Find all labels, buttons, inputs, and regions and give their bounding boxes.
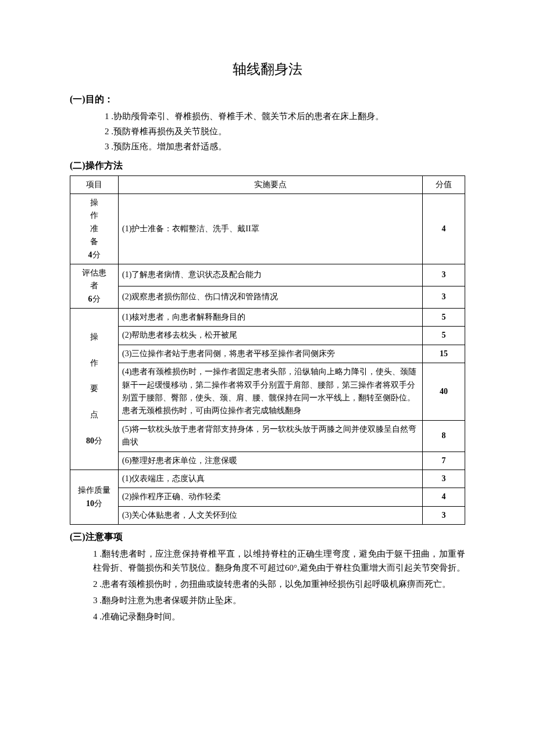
cell-point: (3)三位操作者站于患者同侧，将患者平移至操作者同侧床旁 xyxy=(119,345,423,363)
purpose-heading: (一)目的： xyxy=(70,92,465,107)
cell-point: (1)核对患者，向患者解释翻身目的 xyxy=(119,309,423,327)
method-table: 项目 实施要点 分值 操作准备4分 (1)护士准备：衣帽整洁、洗手、戴II罩 4… xyxy=(70,175,465,525)
purpose-list: 1 .协助颅骨牵引、脊椎损伤、脊椎手术、髋关节术后的患者在床上翻身。 2 .预防… xyxy=(105,109,465,153)
table-row: 操作准备4分 (1)护士准备：衣帽整洁、洗手、戴II罩 4 xyxy=(70,194,465,264)
notes-item: 1 .翻转患者时，应注意保持脊椎平直，以维持脊柱的正确生理弯度，避免由于躯干扭曲… xyxy=(93,547,465,575)
cell-point: (2)操作程序正确、动作轻柔 xyxy=(119,488,423,506)
cell-point: (5)将一软枕头放于患者背部支持身体，另一软枕头放于两膝之间并使双膝呈自然弯曲状 xyxy=(119,420,423,452)
table-row: (3)关心体贴患者，人文关怀到位 3 xyxy=(70,506,465,524)
document-title: 轴线翻身法 xyxy=(70,58,465,80)
cell-score: 4 xyxy=(423,488,465,506)
cell-score: 5 xyxy=(423,309,465,327)
notes-list: 1 .翻转患者时，应注意保持脊椎平直，以维持脊柱的正确生理弯度，避免由于躯干扭曲… xyxy=(93,547,465,624)
cell-score: 15 xyxy=(423,345,465,363)
table-row: 操作质量10分 (1)仪表端庄，态度认真 3 xyxy=(70,470,465,488)
th-point: 实施要点 xyxy=(119,175,423,194)
table-row: 评估患者6分 (1)了解患者病情、意识状态及配合能力 3 xyxy=(70,264,465,286)
notes-item: 4 .准确记录翻身时间。 xyxy=(93,610,465,624)
cell-point: (1)护士准备：衣帽整洁、洗手、戴II罩 xyxy=(119,194,423,264)
purpose-item: 1 .协助颅骨牵引、脊椎损伤、脊椎手术、髋关节术后的患者在床上翻身。 xyxy=(105,109,465,123)
table-row: (5)将一软枕头放于患者背部支持身体，另一软枕头放于两膝之间并使双膝呈自然弯曲状… xyxy=(70,420,465,452)
cell-score: 5 xyxy=(423,327,465,345)
cell-item: 操作质量10分 xyxy=(70,470,119,525)
cell-item: 操作要点80分 xyxy=(70,309,119,470)
th-item: 项目 xyxy=(70,175,119,194)
cell-point: (2)观察患者损伤部位、伤口情况和管路情况 xyxy=(119,286,423,309)
method-heading: (二)操作方法 xyxy=(70,158,465,173)
purpose-item: 2 .预防脊椎再损伤及关节脱位。 xyxy=(105,124,465,138)
cell-point: (1)仪表端庄，态度认真 xyxy=(119,470,423,488)
cell-point: (4)患者有颈椎损伤时，一操作者固定患者头部，沿纵轴向上略力降引，使头、颈随躯干… xyxy=(119,363,423,421)
notes-heading: (三)注意事项 xyxy=(70,529,465,544)
cell-score: 4 xyxy=(423,194,465,264)
table-row: (3)三位操作者站于患者同侧，将患者平移至操作者同侧床旁 15 xyxy=(70,345,465,363)
table-row: (2)观察患者损伤部位、伤口情况和管路情况 3 xyxy=(70,286,465,309)
notes-item: 3 .翻身时注意为患者保暖并防止坠床。 xyxy=(93,593,465,607)
cell-score: 3 xyxy=(423,506,465,524)
table-row: (6)整理好患者床单位，注意保暖 7 xyxy=(70,452,465,470)
cell-point: (2)帮助患者移去枕头，松开被尾 xyxy=(119,327,423,345)
purpose-item: 3 .预防压疮。增加患者舒适感。 xyxy=(105,139,465,153)
cell-score: 40 xyxy=(423,363,465,421)
cell-score: 8 xyxy=(423,420,465,452)
cell-point: (6)整理好患者床单位，注意保暖 xyxy=(119,452,423,470)
cell-item: 操作准备4分 xyxy=(70,194,119,264)
table-row: 操作要点80分 (1)核对患者，向患者解释翻身目的 5 xyxy=(70,309,465,327)
table-row: (2)帮助患者移去枕头，松开被尾 5 xyxy=(70,327,465,345)
table-row: (2)操作程序正确、动作轻柔 4 xyxy=(70,488,465,506)
table-header-row: 项目 实施要点 分值 xyxy=(70,175,465,194)
notes-item: 2 .患者有颈椎损伤时，勿扭曲或旋转患者的头部，以免加重神经损伤引起呼吸机麻痹而… xyxy=(93,577,465,591)
cell-point: (3)关心体贴患者，人文关怀到位 xyxy=(119,506,423,524)
cell-item: 评估患者6分 xyxy=(70,264,119,308)
cell-score: 3 xyxy=(423,286,465,309)
cell-score: 3 xyxy=(423,470,465,488)
cell-score: 7 xyxy=(423,452,465,470)
table-row: (4)患者有颈椎损伤时，一操作者固定患者头部，沿纵轴向上略力降引，使头、颈随躯干… xyxy=(70,363,465,421)
th-score: 分值 xyxy=(423,175,465,194)
cell-score: 3 xyxy=(423,264,465,286)
cell-point: (1)了解患者病情、意识状态及配合能力 xyxy=(119,264,423,286)
